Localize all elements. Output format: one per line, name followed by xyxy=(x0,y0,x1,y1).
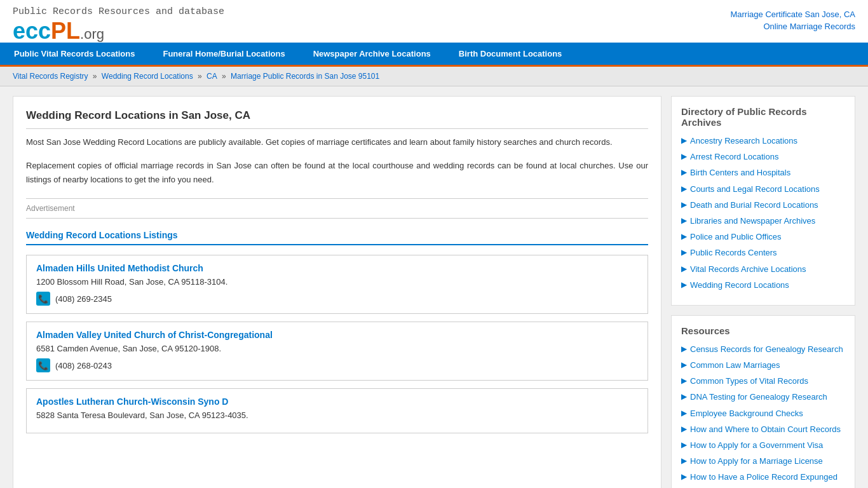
phone-number: (408) 269-2345 xyxy=(55,294,112,304)
content-desc2: Replacement copies of official marriage … xyxy=(26,159,648,187)
logo-area: Public Records Resources and database ec… xyxy=(13,6,224,43)
sidebar-link-item: ▶Ancestry Research Locations xyxy=(681,135,845,147)
listing-card: Almaden Hills United Methodist Church120… xyxy=(26,255,648,314)
header-link[interactable]: Marriage Certificate San Jose, CA xyxy=(730,10,855,19)
phone-icon: 📞 xyxy=(36,358,50,372)
sidebar-link-item: ▶Police and Public Offices xyxy=(681,231,845,243)
listing-name[interactable]: Apostles Lutheran Church-Wisconsin Syno … xyxy=(36,396,638,407)
breadcrumb: Vital Records Registry » Wedding Record … xyxy=(0,67,868,86)
sidebar-link[interactable]: Vital Records Archive Locations xyxy=(690,264,806,275)
nav-item[interactable]: Birth Document Locations xyxy=(445,43,576,65)
sidebar-link-item: ▶Employee Background Checks xyxy=(681,408,845,419)
arrow-icon: ▶ xyxy=(681,456,687,465)
header: Public Records Resources and database ec… xyxy=(0,0,868,43)
sidebar-link[interactable]: How to Apply for a Government Visa xyxy=(690,440,823,451)
arrow-icon: ▶ xyxy=(681,264,687,273)
sidebar-link[interactable]: Ancestry Research Locations xyxy=(690,135,797,147)
nav-item[interactable]: Public Vital Records Locations xyxy=(0,43,149,65)
sidebar-link[interactable]: Employee Background Checks xyxy=(690,408,803,419)
listing-name[interactable]: Almaden Valley United Church of Christ-C… xyxy=(36,330,638,340)
breadcrumb-separator: » xyxy=(196,72,204,81)
breadcrumb-separator: » xyxy=(220,72,228,81)
sidebar-link-item: ▶Libraries and Newspaper Archives xyxy=(681,215,845,227)
sidebar-resources-title: Resources xyxy=(681,325,845,336)
listing-address: 6581 Camden Avenue, San Jose, CA 95120-1… xyxy=(36,344,638,353)
sidebar-link-item: ▶Common Types of Vital Records xyxy=(681,376,845,387)
sidebar: Directory of Public Records Archives ▶An… xyxy=(671,96,855,488)
arrow-icon: ▶ xyxy=(681,136,687,145)
sidebar-directory-links: ▶Ancestry Research Locations▶Arrest Reco… xyxy=(681,135,845,291)
breadcrumb-item[interactable]: Wedding Record Locations xyxy=(102,72,193,81)
sidebar-link-item: ▶How and Where to Obtain Court Records xyxy=(681,424,845,435)
sidebar-link-item: ▶Arrest Record Locations xyxy=(681,151,845,163)
nav-item[interactable]: Newspaper Archive Locations xyxy=(299,43,445,65)
breadcrumb-separator: » xyxy=(91,72,99,81)
main-layout: Wedding Record Locations in San Jose, CA… xyxy=(0,86,868,488)
sidebar-link[interactable]: How and Where to Obtain Court Records xyxy=(690,424,841,435)
arrow-icon: ▶ xyxy=(681,232,687,241)
sidebar-link[interactable]: Public Records Centers xyxy=(690,247,777,259)
header-link[interactable]: Online Marriage Records xyxy=(730,22,855,31)
arrow-icon: ▶ xyxy=(681,168,687,177)
content-area: Wedding Record Locations in San Jose, CA… xyxy=(13,96,661,488)
sidebar-link-item: ▶How to Apply for a Government Visa xyxy=(681,440,845,451)
arrow-icon: ▶ xyxy=(681,424,687,433)
sidebar-link-item: ▶Death and Burial Record Locations xyxy=(681,200,845,211)
arrow-icon: ▶ xyxy=(681,152,687,161)
sidebar-link[interactable]: Wedding Record Locations xyxy=(690,280,789,291)
arrow-icon: ▶ xyxy=(681,360,687,369)
sidebar-link[interactable]: Death and Burial Record Locations xyxy=(690,200,818,211)
breadcrumb-item[interactable]: Marriage Public Records in San Jose 9510… xyxy=(231,72,379,81)
sidebar-link-item: ▶Wedding Record Locations xyxy=(681,280,845,291)
advertisement-bar: Advertisement xyxy=(26,198,648,219)
arrow-icon: ▶ xyxy=(681,280,687,289)
sidebar-link-item: ▶Common Law Marriages xyxy=(681,360,845,371)
sidebar-link-item: ▶Courts and Legal Record Locations xyxy=(681,184,845,195)
sidebar-link[interactable]: Police and Public Offices xyxy=(690,231,782,243)
breadcrumb-item[interactable]: Vital Records Registry xyxy=(13,72,88,81)
listing-name[interactable]: Almaden Hills United Methodist Church xyxy=(36,263,638,273)
listings-title: Wedding Record Locations Listings xyxy=(26,230,648,245)
listing-card: Apostles Lutheran Church-Wisconsin Syno … xyxy=(26,388,648,433)
arrow-icon: ▶ xyxy=(681,184,687,193)
logo-ecc: ecc xyxy=(13,18,51,44)
breadcrumb-item[interactable]: CA xyxy=(207,72,217,81)
listings-container: Almaden Hills United Methodist Church120… xyxy=(26,255,648,433)
ad-label: Advertisement xyxy=(26,204,75,213)
listing-address: 5828 Santa Teresa Boulevard, San Jose, C… xyxy=(36,410,638,420)
sidebar-link-item: ▶Birth Centers and Hospitals xyxy=(681,167,845,179)
sidebar-link[interactable]: Census Records for Genealogy Research xyxy=(690,344,843,355)
listing-phone: 📞(408) 269-2345 xyxy=(36,292,638,306)
sidebar-link-item: ▶Vital Records Archive Locations xyxy=(681,264,845,275)
sidebar-link[interactable]: Birth Centers and Hospitals xyxy=(690,167,790,179)
sidebar-link[interactable]: How to Have a Police Record Expunged xyxy=(690,471,837,483)
tagline: Public Records Resources and database xyxy=(13,6,224,17)
sidebar-directory-box: Directory of Public Records Archives ▶An… xyxy=(671,96,855,306)
sidebar-link[interactable]: Libraries and Newspaper Archives xyxy=(690,215,815,227)
listing-card: Almaden Valley United Church of Christ-C… xyxy=(26,322,648,381)
arrow-icon: ▶ xyxy=(681,248,687,257)
arrow-icon: ▶ xyxy=(681,200,687,209)
arrow-icon: ▶ xyxy=(681,472,687,481)
sidebar-link[interactable]: DNA Testing for Genealogy Research xyxy=(690,391,827,403)
arrow-icon: ▶ xyxy=(681,392,687,401)
sidebar-link[interactable]: Common Types of Vital Records xyxy=(690,376,808,387)
sidebar-link[interactable]: Arrest Record Locations xyxy=(690,151,778,163)
sidebar-link[interactable]: Common Law Marriages xyxy=(690,360,780,371)
sidebar-link[interactable]: Courts and Legal Record Locations xyxy=(690,184,820,195)
listing-address: 1200 Blossom Hill Road, San Jose, CA 951… xyxy=(36,277,638,287)
sidebar-link-item: ▶DNA Testing for Genealogy Research xyxy=(681,391,845,403)
page-title: Wedding Record Locations in San Jose, CA xyxy=(26,109,648,129)
phone-icon: 📞 xyxy=(36,292,50,306)
content-desc1: Most San Jose Wedding Record Locations a… xyxy=(26,135,648,149)
sidebar-link-item: ▶How to Have a Police Record Expunged xyxy=(681,471,845,483)
sidebar-link-item: ▶Census Records for Genealogy Research xyxy=(681,344,845,355)
sidebar-resources-box: Resources ▶Census Records for Genealogy … xyxy=(671,315,855,488)
sidebar-link[interactable]: How to Apply for a Marriage License xyxy=(690,456,823,467)
arrow-icon: ▶ xyxy=(681,216,687,225)
arrow-icon: ▶ xyxy=(681,409,687,417)
arrow-icon: ▶ xyxy=(681,376,687,385)
sidebar-link-item: ▶How to Apply for a Marriage License xyxy=(681,456,845,467)
sidebar-directory-title: Directory of Public Records Archives xyxy=(681,106,845,128)
nav-item[interactable]: Funeral Home/Burial Locations xyxy=(149,43,299,65)
